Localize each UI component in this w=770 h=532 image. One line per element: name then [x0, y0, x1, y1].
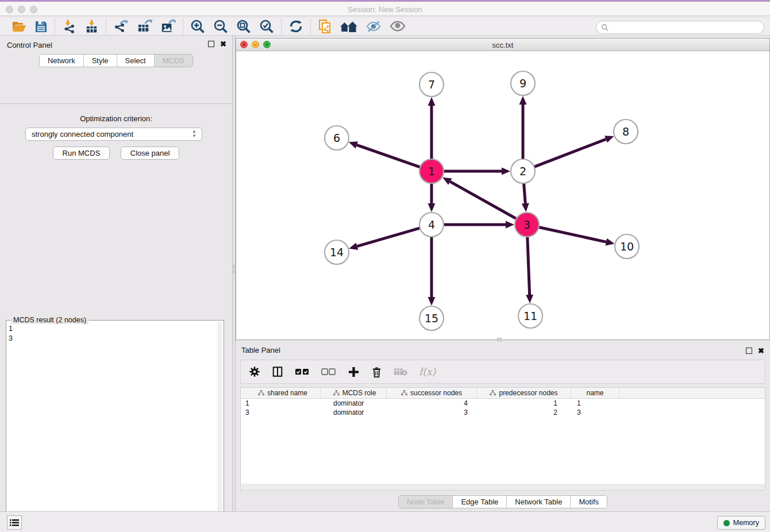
tab-motifs[interactable]: Motifs — [571, 496, 607, 508]
edge-3-1[interactable] — [442, 178, 517, 219]
table-cell[interactable]: 1 — [241, 399, 321, 407]
edge-2-8[interactable] — [533, 136, 614, 167]
table-cell[interactable]: 3 — [241, 408, 321, 417]
tab-style[interactable]: Style — [84, 55, 117, 67]
task-list-icon — [10, 519, 19, 527]
graph-node-4[interactable]: 4 — [419, 213, 444, 237]
show-all-icon[interactable] — [390, 20, 406, 33]
node-table: shared name MCDS role successor nodes pr… — [240, 387, 765, 491]
hide-selected-icon[interactable] — [365, 20, 382, 33]
column-chooser-icon[interactable] — [272, 366, 283, 377]
import-table-icon[interactable] — [84, 19, 99, 34]
float-panel-icon[interactable] — [208, 41, 214, 47]
splitter-handle[interactable] — [233, 264, 235, 268]
edge-3-11[interactable] — [526, 236, 533, 303]
edge-4-14[interactable] — [349, 228, 421, 250]
graph-node-7[interactable]: 7 — [419, 72, 444, 97]
svg-text:15: 15 — [425, 312, 438, 325]
memory-status-icon — [723, 520, 730, 526]
float-table-panel-icon[interactable] — [746, 348, 752, 354]
criterion-dropdown[interactable]: strongly connected component ▲▼ — [25, 128, 202, 141]
select-all-icon[interactable] — [295, 368, 310, 376]
graph-node-11[interactable]: 11 — [518, 304, 542, 328]
settings-gear-icon[interactable] — [249, 366, 260, 377]
import-network-icon[interactable] — [62, 19, 76, 34]
table-cell[interactable]: 3 — [571, 408, 619, 417]
memory-button[interactable]: Memory — [717, 516, 765, 530]
column-header-shared-name[interactable]: shared name — [241, 388, 321, 398]
add-column-icon[interactable] — [348, 366, 360, 378]
table-cell[interactable]: 2 — [477, 408, 571, 417]
column-header-successor-nodes[interactable]: successor nodes — [387, 388, 477, 398]
table-cell[interactable]: 1 — [571, 399, 619, 407]
graph-node-2[interactable]: 2 — [511, 159, 535, 183]
export-network-icon[interactable] — [113, 19, 129, 34]
horizontal-splitter-handle[interactable] — [497, 338, 502, 341]
close-panel-button[interactable]: Close panel — [121, 147, 180, 160]
table-cell[interactable]: 3 — [387, 408, 477, 417]
graph-node-15[interactable]: 15 — [419, 306, 444, 330]
delete-table-icon[interactable] — [394, 367, 407, 376]
search-field[interactable] — [596, 21, 764, 34]
table-row[interactable]: 3dominator323 — [241, 408, 765, 417]
svg-text:14: 14 — [330, 246, 344, 259]
edge-1-6[interactable] — [349, 141, 421, 168]
edge-3-10[interactable] — [538, 227, 615, 245]
search-input[interactable] — [609, 22, 764, 33]
graph-node-3[interactable]: 3 — [515, 213, 539, 237]
first-neighbors-icon[interactable] — [340, 20, 357, 33]
duplicate-network-icon[interactable] — [318, 19, 332, 34]
tab-mcds[interactable]: MCDS — [155, 55, 192, 67]
table-cell[interactable]: 1 — [477, 399, 571, 407]
export-table-icon[interactable] — [137, 19, 152, 34]
result-scrollbar[interactable] — [217, 322, 222, 532]
zoom-fit-icon[interactable] — [236, 19, 251, 34]
close-panel-icon[interactable]: ✖ — [220, 41, 226, 47]
table-cell[interactable]: dominator — [321, 408, 387, 417]
table-horizontal-scrollbar[interactable] — [240, 484, 765, 491]
graph-node-14[interactable]: 14 — [325, 240, 349, 264]
graph-node-1[interactable]: 1 — [419, 159, 444, 183]
network-canvas[interactable]: 7968124314101511 — [236, 51, 769, 340]
export-image-icon[interactable] — [160, 19, 176, 34]
save-session-icon[interactable] — [34, 20, 48, 33]
column-header-name[interactable]: name — [571, 388, 619, 398]
deselect-all-icon[interactable] — [321, 368, 336, 376]
column-header-mcds-role[interactable]: MCDS role — [321, 388, 387, 398]
graph-node-6[interactable]: 6 — [325, 126, 349, 150]
network-window-titlebar[interactable]: ✕ − + scc.txt — [236, 38, 769, 51]
edge-4-3[interactable] — [442, 221, 514, 229]
open-session-icon[interactable] — [11, 20, 26, 33]
table-row[interactable]: 1dominator411 — [241, 399, 765, 408]
tab-network[interactable]: Network — [40, 55, 84, 67]
edge-1-7[interactable] — [428, 97, 436, 160]
show-task-history-button[interactable] — [7, 515, 22, 530]
table-header-row: shared name MCDS role successor nodes pr… — [241, 388, 765, 399]
graph-node-8[interactable]: 8 — [614, 119, 638, 144]
zoom-out-icon[interactable] — [213, 19, 228, 34]
graph-node-9[interactable]: 9 — [511, 71, 535, 95]
table-cell[interactable]: dominator — [321, 399, 387, 407]
table-cell[interactable]: 4 — [387, 399, 477, 407]
run-mcds-button[interactable]: Run MCDS — [53, 147, 110, 160]
tab-node-table[interactable]: Node Table — [399, 496, 453, 508]
edge-4-15[interactable] — [428, 236, 436, 306]
close-table-panel-icon[interactable]: ✖ — [758, 348, 764, 354]
zoom-in-icon[interactable] — [190, 19, 205, 34]
svg-text:8: 8 — [622, 125, 629, 138]
tab-edge-table[interactable]: Edge Table — [453, 496, 507, 508]
edge-1-2[interactable] — [442, 168, 510, 175]
edge-2-3[interactable] — [522, 182, 529, 212]
graph-node-10[interactable]: 10 — [615, 234, 639, 259]
edge-1-4[interactable] — [428, 182, 436, 212]
mcds-result-text[interactable]: 13 — [9, 324, 215, 532]
edge-2-9[interactable] — [519, 96, 527, 160]
column-header-predecessor-nodes[interactable]: predecessor nodes — [477, 388, 571, 398]
tab-select[interactable]: Select — [117, 55, 155, 67]
delete-column-icon[interactable] — [371, 366, 382, 378]
tab-network-table[interactable]: Network Table — [507, 496, 571, 508]
function-builder-icon[interactable]: f(x) — [419, 366, 436, 377]
svg-text:3: 3 — [523, 218, 530, 231]
zoom-selected-icon[interactable] — [259, 19, 274, 34]
refresh-layout-icon[interactable] — [288, 19, 303, 34]
